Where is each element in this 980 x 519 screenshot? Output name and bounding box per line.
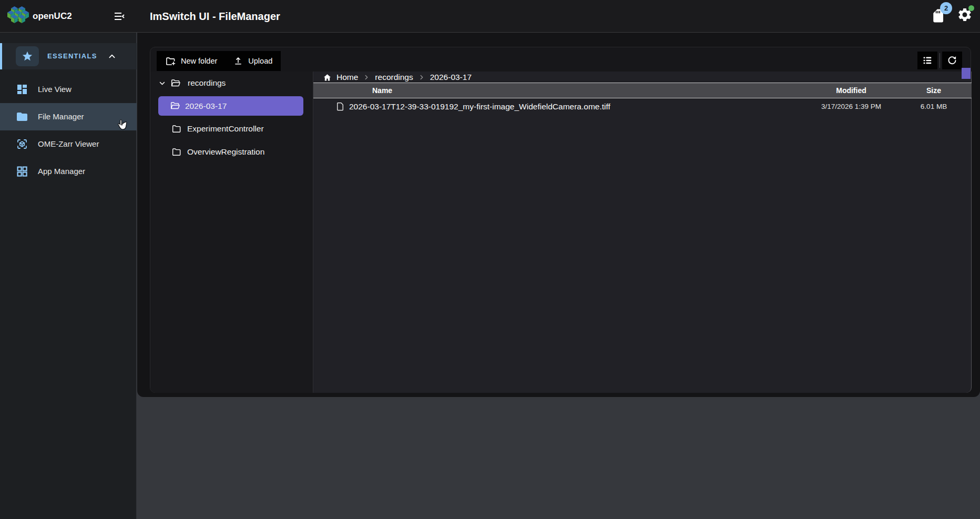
tree-item-experimentcontroller[interactable]: ExperimentController (150, 121, 313, 137)
star-icon (22, 50, 33, 62)
sidebar-collapse-button[interactable] (109, 7, 129, 26)
file-list-pane: Home recordings 2026-03-17 Name Modified… (313, 72, 972, 393)
file-icon (335, 101, 345, 111)
file-row[interactable]: 2026-03-17T12-39-33-019192_my-first-imag… (313, 98, 972, 115)
sidebar-section-label: ESSENTIALS (47, 43, 97, 69)
essentials-star-box (16, 46, 39, 66)
logo-text: openUC2 (33, 0, 72, 33)
home-icon (323, 73, 332, 82)
app-header: openUC2 ImSwitch UI - FileManager 2 (0, 0, 980, 33)
list-view-button[interactable] (917, 52, 937, 69)
folder-closed-icon (171, 124, 182, 134)
new-folder-label: New folder (181, 57, 217, 65)
sidebar-item-app-manager[interactable]: App Manager (0, 158, 137, 185)
connection-status-dot (968, 5, 974, 11)
upload-button[interactable]: Upload (233, 56, 272, 66)
refresh-button[interactable] (942, 52, 962, 69)
openuc2-logo-icon (6, 5, 29, 28)
apps-grid-icon (16, 165, 28, 178)
sidebar: ESSENTIALS Live View File Manager OME-Za… (0, 33, 137, 519)
chevron-down-icon[interactable] (157, 78, 167, 88)
view-controls (917, 52, 962, 69)
column-header-size[interactable]: Size (919, 83, 948, 98)
refresh-icon (946, 55, 958, 66)
folder-closed-icon (171, 147, 182, 157)
tree-item-recordings[interactable]: recordings (150, 75, 313, 91)
toolbar-divider (940, 53, 940, 68)
sidebar-section-essentials[interactable]: ESSENTIALS (0, 43, 137, 69)
menu-open-icon (113, 10, 126, 23)
folder-tree-pane: recordings 2026-03-17 ExperimentControll… (150, 72, 313, 393)
sidebar-item-ome-zarr-viewer[interactable]: OME-Zarr Viewer (0, 130, 137, 158)
file-modified: 3/17/2026 1:39 PM (817, 98, 885, 115)
sidebar-item-label: File Manager (38, 103, 84, 130)
folder-open-icon (170, 100, 180, 111)
tree-item-2026-03-17-selected[interactable]: 2026-03-17 (158, 96, 303, 116)
notification-badge: 2 (940, 2, 952, 14)
file-name: 2026-03-17T12-39-33-019192_my-first-imag… (349, 98, 610, 115)
sidebar-item-live-view[interactable]: Live View (0, 76, 137, 103)
breadcrumb-item-recordings[interactable]: recordings (375, 73, 413, 82)
tree-item-label: OverviewRegistration (187, 144, 264, 160)
column-header-name[interactable]: Name (372, 83, 392, 98)
dashboard-icon (16, 83, 28, 96)
folder-open-icon (170, 78, 181, 88)
upload-icon (233, 56, 243, 66)
scrollbar-thumb[interactable] (962, 68, 971, 79)
zarr-cube-icon (16, 138, 28, 150)
list-view-icon (922, 55, 933, 66)
tree-item-label: recordings (188, 75, 226, 91)
folder-icon (16, 110, 28, 123)
sidebar-item-label: App Manager (38, 158, 85, 185)
file-table-header: Name Modified Size (313, 83, 972, 98)
sidebar-item-file-manager[interactable]: File Manager (0, 103, 137, 130)
chevron-right-icon (418, 74, 425, 81)
tree-item-label: ExperimentController (187, 121, 264, 137)
chevron-right-icon (363, 74, 370, 81)
breadcrumb: Home recordings 2026-03-17 (323, 72, 472, 83)
new-folder-icon (165, 56, 176, 67)
new-folder-button[interactable]: New folder (165, 56, 217, 67)
file-manager-panel: New folder Upload (150, 47, 971, 393)
chevron-up-icon[interactable] (106, 50, 118, 62)
sidebar-item-label: OME-Zarr Viewer (38, 130, 99, 158)
sidebar-item-label: Live View (38, 76, 72, 103)
file-toolbar: New folder Upload (157, 51, 281, 71)
column-header-modified[interactable]: Modified (833, 83, 870, 98)
page-title: ImSwitch UI - FileManager (150, 0, 280, 33)
upload-label: Upload (248, 57, 272, 65)
breadcrumb-item-2026-03-17[interactable]: 2026-03-17 (430, 73, 472, 82)
breadcrumb-item-home[interactable]: Home (336, 73, 358, 82)
tree-item-overviewregistration[interactable]: OverviewRegistration (150, 144, 313, 160)
tree-item-label: 2026-03-17 (185, 96, 227, 116)
file-size: 6.01 MB (916, 98, 952, 115)
